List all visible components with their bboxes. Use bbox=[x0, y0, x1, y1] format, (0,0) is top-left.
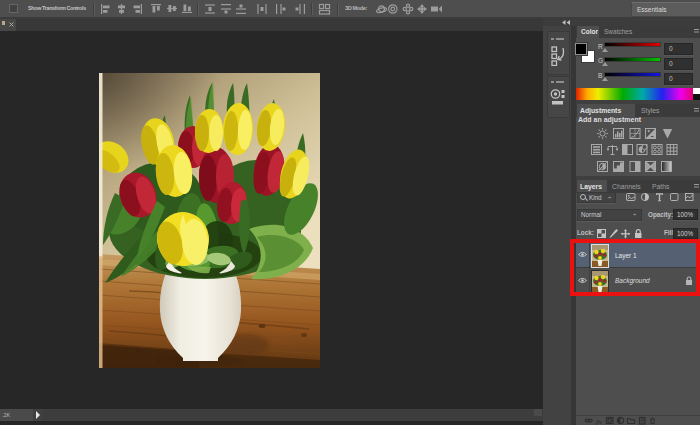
svg-text:fx: fx bbox=[596, 418, 602, 425]
